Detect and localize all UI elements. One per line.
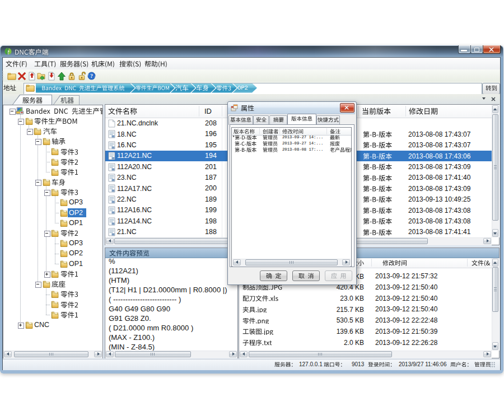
svg-text:?: ? xyxy=(90,73,93,79)
